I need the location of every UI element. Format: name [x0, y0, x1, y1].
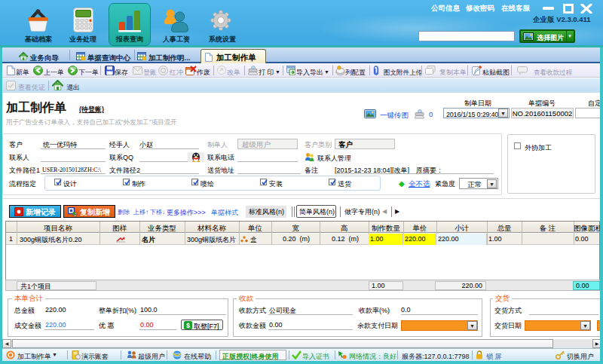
svg-text:$: $ [186, 322, 190, 329]
